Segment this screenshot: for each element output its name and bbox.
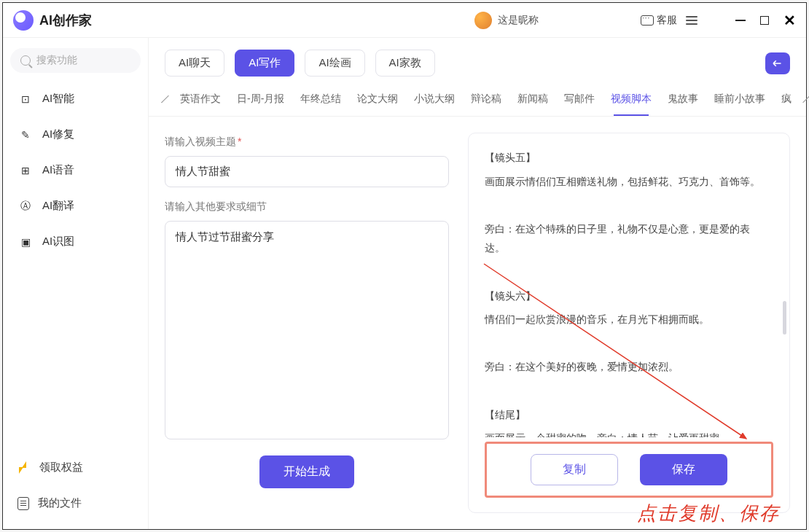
output-text: 【镜头五】画面展示情侣们互相赠送礼物，包括鲜花、巧克力、首饰等。 旁白：在这个特… [485,148,773,437]
user-area[interactable]: 这是昵称 [474,12,539,29]
nav-label: AI翻译 [42,199,74,213]
top-tab-1[interactable]: AI写作 [235,50,294,77]
chat-icon [641,15,654,26]
nav-icon: Ⓐ [17,200,34,213]
benefits-label: 领取权益 [39,461,83,474]
copy-button[interactable]: 复制 [531,454,618,485]
sub-tab-7[interactable]: 写邮件 [563,88,596,110]
details-textarea[interactable] [165,221,449,439]
chevron-left-icon[interactable] [161,95,169,103]
action-highlight-box: 复制 保存 [485,442,773,498]
sidebar-item-2[interactable]: ⊞AI语音 [10,154,141,186]
search-input[interactable]: 搜索功能 [10,48,141,73]
app-logo [13,10,34,31]
file-icon [17,497,29,510]
nav-icon: ⊡ [17,93,34,106]
sub-tab-5[interactable]: 辩论稿 [469,88,503,110]
details-label: 请输入其他要求或细节 [165,200,449,214]
nav-label: AI识图 [42,235,74,249]
sub-tab-10[interactable]: 睡前小故事 [713,88,767,110]
scrollbar-thumb[interactable] [783,301,786,335]
sub-tab-9[interactable]: 鬼故事 [666,88,700,110]
sub-tab-0[interactable]: 英语作文 [179,88,222,110]
back-button[interactable] [765,52,790,74]
window-close-button[interactable]: ✕ [783,13,796,28]
service-label: 客服 [657,14,677,27]
top-tab-2[interactable]: AI绘画 [305,50,364,77]
save-button[interactable]: 保存 [640,454,727,485]
avatar [474,12,492,29]
nav-icon: ⊞ [17,164,34,177]
top-tab-0[interactable]: AI聊天 [165,50,224,77]
nav-icon: ▣ [17,235,34,249]
files-label: 我的文件 [38,496,82,510]
sub-tab-8[interactable]: 视频脚本 [609,88,653,110]
window-maximize-button[interactable] [760,16,769,25]
sub-tab-3[interactable]: 论文大纲 [356,88,399,110]
window-minimize-button[interactable] [735,20,746,21]
search-placeholder: 搜索功能 [36,54,77,67]
sub-tab-2[interactable]: 年终总结 [299,88,343,110]
top-tab-3[interactable]: AI家教 [375,50,435,77]
nav-label: AI智能 [42,92,74,106]
search-icon [20,55,31,66]
sidebar-item-3[interactable]: ⒶAI翻译 [10,190,141,222]
sub-tab-4[interactable]: 小说大纲 [413,88,456,110]
menu-icon[interactable] [686,16,697,25]
nickname: 这是昵称 [498,14,539,27]
sidebar-my-files[interactable]: 我的文件 [10,488,141,519]
sidebar-item-4[interactable]: ▣AI识图 [10,226,141,257]
sidebar-benefits[interactable]: 领取权益 [10,452,141,483]
sidebar-item-0[interactable]: ⊡AI智能 [10,83,141,114]
app-title: AI创作家 [39,12,92,29]
chevron-right-icon[interactable] [803,95,809,103]
generate-button[interactable]: 开始生成 [259,455,354,488]
nav-label: AI修复 [42,128,74,141]
bolt-icon [17,461,31,474]
customer-service-button[interactable]: 客服 [641,14,677,27]
topic-label: 请输入视频主题* [165,136,449,149]
nav-icon: ✎ [17,128,34,141]
sidebar-item-1[interactable]: ✎AI修复 [10,119,141,150]
sub-tab-1[interactable]: 日-周-月报 [235,88,286,110]
sub-tab-11[interactable]: 疯 [780,88,793,110]
nav-label: AI语音 [42,163,74,177]
topic-input[interactable] [165,156,449,187]
sub-tab-6[interactable]: 新闻稿 [516,88,550,110]
